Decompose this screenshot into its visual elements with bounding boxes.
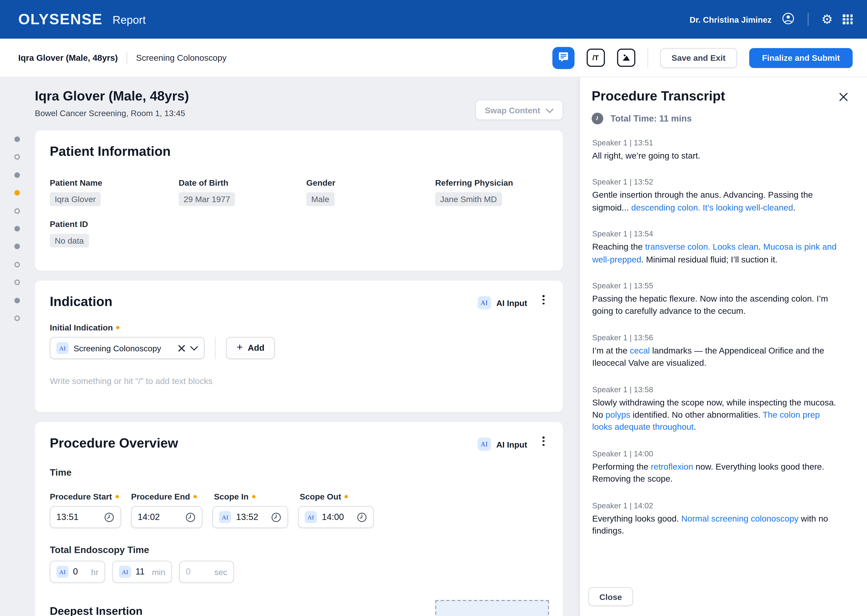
ai-badge-icon: AI	[305, 511, 317, 523]
transcript-close-icon[interactable]	[837, 90, 850, 105]
stepper-dot-filled[interactable]	[14, 298, 20, 303]
endoscopy-minutes-input[interactable]: AI 11 min	[112, 561, 172, 583]
transcript-text-segment: Reaching the	[592, 242, 645, 251]
section-stepper	[14, 137, 20, 321]
stepper-dot-filled[interactable]	[14, 244, 20, 250]
total-endoscopy-heading: Total Endoscopy Time	[50, 545, 548, 556]
user-menu-button[interactable]	[782, 12, 794, 27]
scope-out-input[interactable]: AI 14:00	[298, 506, 374, 528]
add-indication-button[interactable]: + Add	[226, 337, 275, 359]
initial-indication-select[interactable]: AI Screening Colonoscopy	[50, 337, 205, 359]
stepper-dot-hollow[interactable]	[14, 262, 20, 267]
app-header: OLYSENSE Report Dr. Christina Jiminez ⚙	[0, 0, 867, 39]
field-label-patient-id: Patient ID	[50, 219, 548, 229]
ai-badge-icon: AI	[478, 438, 491, 451]
procedure-start-label: Procedure Start	[50, 492, 131, 501]
stepper-dot-hollow[interactable]	[14, 208, 20, 214]
stepper-dot-hollow[interactable]	[14, 280, 20, 285]
transcript-entry: Speaker 1 | 14:02 Everything looks good.…	[592, 501, 840, 537]
report-toolbar: Iqra Glover (Male, 48yrs) Screening Colo…	[0, 39, 867, 77]
indication-menu-button[interactable]	[539, 294, 548, 306]
transcript-text-segment: .	[793, 203, 796, 212]
indication-divider	[215, 337, 216, 359]
images-button[interactable]	[617, 49, 635, 67]
transcript-term-link[interactable]: retroflexion	[651, 462, 693, 471]
ai-input-toggle[interactable]: AI AI Input	[478, 438, 527, 451]
breadcrumb-divider	[127, 52, 127, 64]
transcript-text-segment: .	[758, 242, 763, 251]
indication-title: Indication	[50, 294, 112, 310]
transcript-toggle-button[interactable]	[552, 47, 574, 69]
transcript-term-link[interactable]: cecal	[630, 346, 650, 355]
apps-button[interactable]	[843, 14, 853, 24]
minutes-value: 11	[136, 567, 145, 577]
field-value-dob: 29 Mar 1977	[179, 192, 235, 206]
slash-t-icon: /T	[593, 53, 599, 62]
settings-button[interactable]: ⚙	[821, 13, 833, 26]
scope-in-value: 13:52	[236, 512, 258, 522]
stepper-dot-hollow[interactable]	[14, 316, 20, 321]
seconds-unit: sec	[214, 567, 227, 577]
report-main: Iqra Glover (Male, 48yrs) Bowel Cancer S…	[0, 77, 579, 616]
endoscopy-hours-input[interactable]: AI 0 hr	[50, 561, 105, 583]
ai-badge-icon: AI	[478, 296, 491, 310]
stepper-dot-filled[interactable]	[14, 137, 20, 142]
field-label-referring-physician: Referring Physician	[435, 178, 548, 187]
clock-icon[interactable]	[357, 512, 367, 522]
transcript-title: Procedure Transcript	[592, 88, 725, 104]
user-avatar-icon	[782, 12, 794, 27]
scope-out-label: Scope Out	[300, 492, 388, 501]
clear-indication-icon[interactable]	[178, 344, 185, 352]
stepper-dot-filled[interactable]	[14, 226, 20, 232]
ai-input-toggle[interactable]: AI AI Input	[478, 296, 527, 310]
procedure-end-input[interactable]: 14:02	[131, 506, 202, 528]
finalize-submit-button[interactable]: Finalize and Submit	[749, 48, 853, 68]
transcript-entry: Speaker 1 | 13:52 Gentle insertion throu…	[592, 178, 840, 214]
field-label-dob: Date of Birth	[179, 178, 306, 187]
ai-input-label: AI Input	[496, 298, 527, 307]
apps-grid-icon	[843, 14, 853, 24]
chevron-down-icon[interactable]	[190, 346, 198, 350]
gear-icon: ⚙	[821, 13, 833, 26]
time-section-heading: Time	[50, 467, 548, 478]
swap-content-button[interactable]: Swap Content	[475, 100, 563, 120]
save-exit-button[interactable]: Save and Exit	[660, 48, 737, 68]
transcript-text-segment: All right, we’re going to start.	[592, 151, 700, 160]
field-value-patient-name: Iqra Glover	[50, 192, 101, 206]
procedure-overview-card: Procedure Overview AI AI Input Time Proc…	[35, 422, 563, 616]
procedure-start-input[interactable]: 13:51	[50, 506, 121, 528]
procedure-end-value: 14:02	[138, 512, 160, 522]
clock-icon[interactable]	[271, 512, 281, 522]
transcript-entry: Speaker 1 | 14:00 Performing the retrofl…	[592, 449, 840, 486]
scope-in-input[interactable]: AI 13:52	[212, 506, 288, 528]
transcript-term-link[interactable]: transverse colon. Looks clean	[645, 242, 758, 251]
transcript-entry-text: Everything looks good. Normal screening …	[592, 512, 840, 537]
ai-badge-icon: AI	[57, 342, 69, 354]
scope-in-label: Scope In	[214, 492, 300, 501]
stepper-dot-filled[interactable]	[14, 172, 20, 178]
transcript-term-link[interactable]: polyps	[605, 410, 630, 419]
transcript-entry-meta: Speaker 1 | 13:51	[592, 138, 840, 147]
transcript-close-button[interactable]: Close	[588, 587, 633, 606]
text-block-button[interactable]: /T	[586, 49, 605, 67]
procedure-overview-title: Procedure Overview	[50, 435, 178, 451]
transcript-term-link[interactable]: Normal screening colonoscopy	[681, 514, 799, 523]
transcript-entry: Speaker 1 | 13:54 Reaching the transvers…	[592, 229, 840, 266]
patient-information-card: Patient Information Patient Name Iqra Gl…	[35, 130, 563, 271]
stepper-dot-hollow[interactable]	[14, 154, 20, 160]
indication-text-editor[interactable]: Write something or hit “/” to add text b…	[50, 376, 548, 386]
clock-icon[interactable]	[104, 512, 114, 522]
clock-icon[interactable]	[185, 512, 195, 522]
transcript-text-segment: Everything looks good.	[592, 514, 681, 523]
breadcrumb-procedure: Screening Colonoscopy	[136, 53, 227, 63]
transcript-icon	[557, 51, 569, 64]
field-value-patient-id: No data	[50, 234, 89, 247]
transcript-term-link[interactable]: descending colon. It’s looking well-clea…	[631, 203, 793, 212]
transcript-text-segment: identified. No other abnormalities.	[631, 410, 763, 419]
swap-content-label: Swap Content	[485, 105, 540, 115]
endoscopy-seconds-input[interactable]: 0 sec	[179, 561, 234, 583]
procedure-overview-menu-button[interactable]	[539, 435, 548, 447]
image-dropzone[interactable]	[435, 600, 549, 616]
stepper-dot-active[interactable]	[14, 190, 20, 196]
field-value-referring-physician: Jane Smith MD	[435, 192, 502, 206]
